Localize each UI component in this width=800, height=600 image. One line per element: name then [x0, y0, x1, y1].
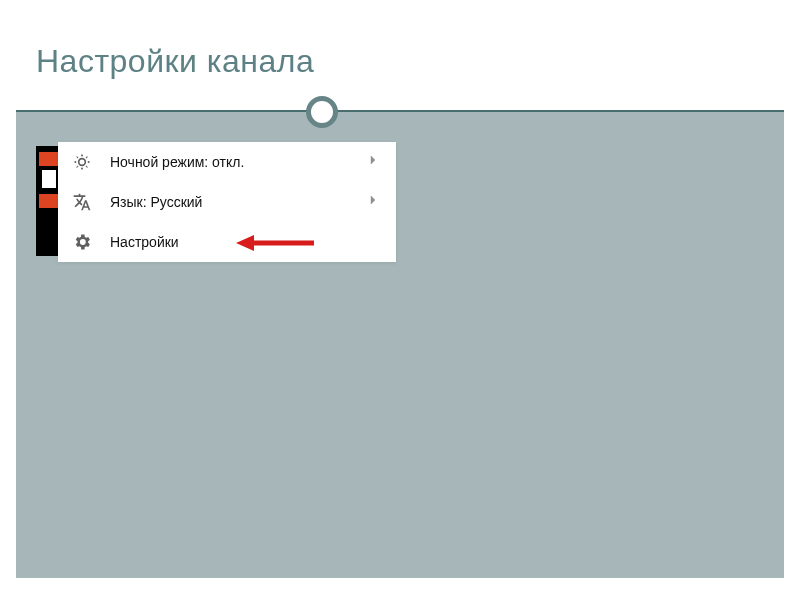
annotation-arrow: [236, 233, 316, 253]
menu-item-label: Ночной режим: откл.: [110, 154, 364, 170]
slide-header: Настройки канала: [16, 12, 784, 112]
menu-item-settings[interactable]: Настройки: [58, 222, 396, 262]
chevron-right-icon: [364, 191, 382, 213]
slide: Настройки канала Ночной режим: откл.: [16, 12, 784, 578]
svg-marker-1: [236, 235, 254, 251]
settings-menu: Ночной режим: откл. Язык: Русский: [58, 142, 396, 262]
screenshot-panel: Ночной режим: откл. Язык: Русский: [36, 142, 396, 262]
translate-icon: [72, 192, 92, 212]
brightness-icon: [72, 152, 92, 172]
gear-icon: [72, 232, 92, 252]
chevron-right-icon: [364, 151, 382, 173]
menu-item-label: Язык: Русский: [110, 194, 364, 210]
menu-item-dark-mode[interactable]: Ночной режим: откл.: [58, 142, 396, 182]
slide-body: Ночной режим: откл. Язык: Русский: [16, 112, 784, 578]
page-title: Настройки канала: [36, 43, 314, 80]
decor-circle: [306, 96, 338, 128]
menu-item-language[interactable]: Язык: Русский: [58, 182, 396, 222]
